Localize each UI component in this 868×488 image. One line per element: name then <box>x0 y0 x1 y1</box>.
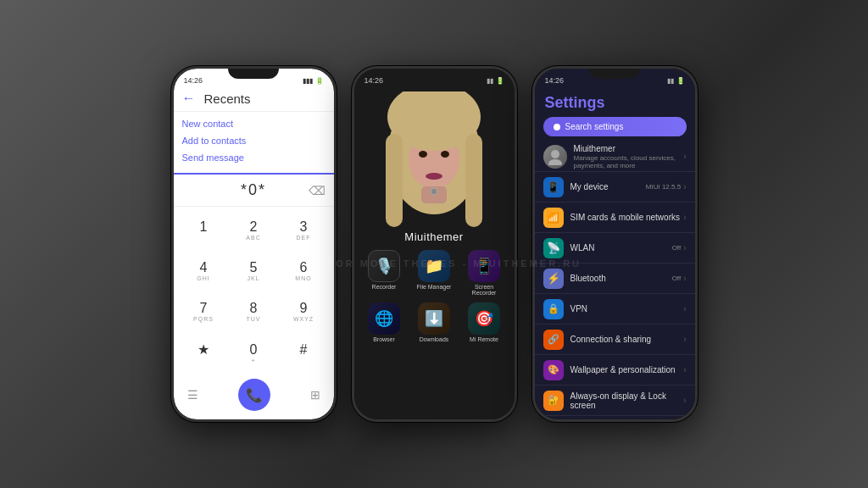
dialer-section: *0* ⌫ 1 2ABC 3DEF 4GHI 5JKL 6MNO 7PQRS 8… <box>174 169 334 419</box>
wlan-right: Off › <box>672 243 687 252</box>
chevron-icon: › <box>683 365 686 374</box>
chevron-icon: › <box>683 182 686 191</box>
settings-item-connection[interactable]: 🔗 Connection & sharing › <box>535 324 695 355</box>
key-star[interactable]: ★ <box>179 332 229 374</box>
home-wallpaper: Miuithemer 🎙️ Recorder 📁 File Manager 📱 … <box>354 87 515 419</box>
bluetooth-label: Bluetooth <box>570 274 672 283</box>
chevron-icon: › <box>683 243 686 252</box>
key-6[interactable]: 6MNO <box>279 251 329 291</box>
app-screenrecorder[interactable]: 📱 Screen Recorder <box>463 250 506 296</box>
connection-icon: 🔗 <box>543 330 564 350</box>
new-contact-link[interactable]: New contact <box>182 117 326 130</box>
connection-content: Connection & sharing <box>570 335 684 344</box>
status-time: 14:26 <box>364 76 384 85</box>
wallpaper-content: Wallpaper & personalization <box>570 365 684 374</box>
svg-point-5 <box>419 151 427 158</box>
send-message-link[interactable]: Send message <box>182 151 326 164</box>
recorder-icon: 🎙️ <box>368 250 400 282</box>
account-content: Miuithemer Manage accounts, cloud servic… <box>574 144 684 169</box>
search-icon <box>554 124 560 130</box>
settings-item-wallpaper[interactable]: 🎨 Wallpaper & personalization › <box>535 355 695 385</box>
settings-item-vpn[interactable]: 🔒 VPN › <box>535 294 695 324</box>
settings-item-device[interactable]: 📱 My device MIUI 12.5.5 › <box>535 172 695 202</box>
sim-label: SIM cards & mobile networks <box>570 213 684 222</box>
svg-point-7 <box>426 173 442 180</box>
grid-icon[interactable]: ⊞ <box>310 388 320 402</box>
chevron-icon: › <box>683 335 686 344</box>
settings-content: Settings Search settings Miuithemer Mana… <box>535 87 695 419</box>
miremote-label: Mi Remote <box>470 336 498 342</box>
key-4[interactable]: 4GHI <box>179 251 229 291</box>
key-hash[interactable]: # <box>279 332 329 374</box>
call-button[interactable]: 📞 <box>238 379 270 411</box>
notch <box>589 69 640 79</box>
search-text: Search settings <box>565 122 624 131</box>
app-filemanager[interactable]: 📁 File Manager <box>413 250 456 296</box>
key-9[interactable]: 9WXYZ <box>279 291 329 332</box>
key-7[interactable]: 7PQRS <box>179 291 229 332</box>
status-time: 14:26 <box>545 76 565 85</box>
vpn-icon: 🔒 <box>543 299 564 319</box>
settings-item-alwayson[interactable]: 🔐 Always-on display & Lock screen › <box>535 385 695 416</box>
backspace-icon[interactable]: ⌫ <box>309 184 326 197</box>
settings-item-wlan[interactable]: 📡 WLAN Off › <box>535 233 695 263</box>
recents-menu: New contact Add to contacts Send message <box>174 112 334 169</box>
filemanager-label: File Manager <box>417 284 452 290</box>
back-button[interactable]: ← <box>182 91 196 106</box>
home-screen: 14:26 ▮▮ 🔋 <box>354 69 515 419</box>
svg-point-6 <box>441 151 449 158</box>
settings-title: Settings <box>535 87 695 117</box>
key-5[interactable]: 5JKL <box>229 251 279 291</box>
recents-title: Recents <box>204 92 251 106</box>
device-right: MIUI 12.5.5 › <box>646 182 687 191</box>
vpn-label: VPN <box>570 304 684 313</box>
bluetooth-right: Off › <box>672 274 687 283</box>
key-8[interactable]: 8TUV <box>229 291 279 332</box>
key-0[interactable]: 0+ <box>229 332 279 374</box>
device-label: My device <box>570 182 646 191</box>
key-2[interactable]: 2ABC <box>229 210 279 251</box>
bluetooth-content: Bluetooth <box>570 274 672 283</box>
notch <box>228 69 279 79</box>
app-miremote[interactable]: 🎯 Mi Remote <box>463 302 506 342</box>
connection-label: Connection & sharing <box>570 335 684 344</box>
app-recorder[interactable]: 🎙️ Recorder <box>363 250 406 296</box>
chevron-icon: › <box>683 213 686 222</box>
bluetooth-status: Off <box>672 274 682 282</box>
chevron-icon: › <box>683 274 686 283</box>
phone-home: 14:26 ▮▮ 🔋 <box>352 66 517 422</box>
key-1[interactable]: 1 <box>179 210 229 251</box>
settings-search-bar[interactable]: Search settings <box>543 117 687 136</box>
add-contacts-link[interactable]: Add to contacts <box>182 134 326 147</box>
account-avatar <box>543 145 567 169</box>
key-3[interactable]: 3DEF <box>279 210 329 251</box>
svg-point-11 <box>548 159 562 165</box>
app-browser[interactable]: 🌐 Browser <box>363 302 406 342</box>
device-content: My device <box>570 182 646 191</box>
sim-icon: 📶 <box>543 208 564 228</box>
svg-point-9 <box>431 188 437 195</box>
alwayson-content: Always-on display & Lock screen <box>570 391 684 410</box>
dialer-bottom-bar: ☰ 📞 ⊞ <box>174 374 334 419</box>
svg-point-10 <box>551 150 559 158</box>
settings-list: Miuithemer Manage accounts, cloud servic… <box>535 141 695 419</box>
screenrecorder-label: Screen Recorder <box>463 284 506 296</box>
notch <box>409 69 459 79</box>
status-icons: ▮▮▮ 🔋 <box>303 77 324 85</box>
wlan-label: WLAN <box>570 243 672 252</box>
bluetooth-icon: ⚡ <box>543 269 564 289</box>
device-icon: 📱 <box>543 177 564 197</box>
settings-item-display[interactable]: 💡 Display › <box>535 416 695 419</box>
settings-item-sim[interactable]: 📶 SIM cards & mobile networks › <box>535 202 695 233</box>
chevron-icon: › <box>683 304 686 313</box>
menu-icon[interactable]: ☰ <box>187 388 198 402</box>
settings-item-account[interactable]: Miuithemer Manage accounts, cloud servic… <box>535 141 695 172</box>
recents-header: ← Recents <box>174 87 334 112</box>
phone-settings: 14:26 ▮▮ 🔋 Settings Search settings Miu <box>532 66 698 422</box>
app-downloads[interactable]: ⬇️ Downloads <box>413 302 456 342</box>
browser-label: Browser <box>373 336 395 342</box>
sim-content: SIM cards & mobile networks <box>570 213 684 222</box>
settings-item-bluetooth[interactable]: ⚡ Bluetooth Off › <box>535 263 695 294</box>
status-icons: ▮▮ 🔋 <box>487 77 504 85</box>
status-time: 14:26 <box>184 76 203 85</box>
